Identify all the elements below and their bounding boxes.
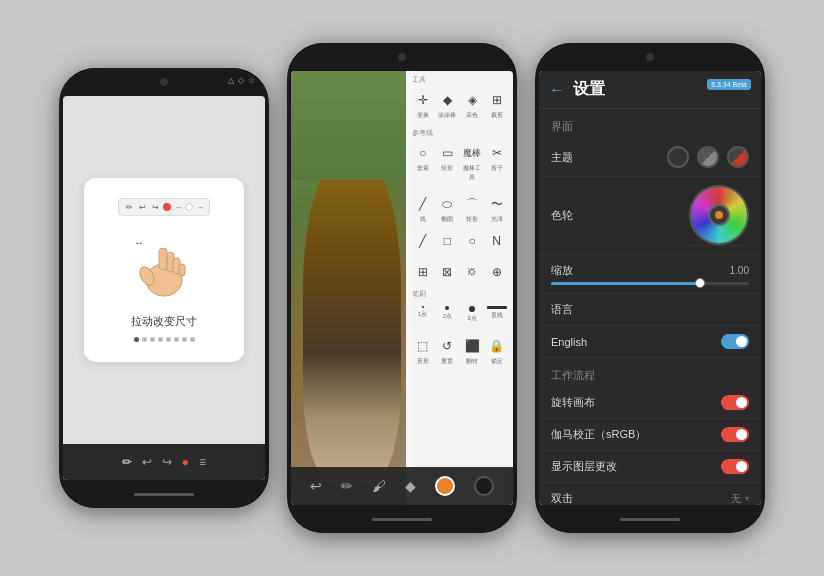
lock-label: 锁定: [491, 357, 503, 366]
settings-screen: ← 设置 6.3.34 Beta 界面 主题 色轮: [539, 71, 761, 505]
clip-label: 剪形: [417, 357, 429, 366]
dot-7: [182, 337, 187, 342]
gamma-toggle[interactable]: [721, 427, 749, 442]
theme-medium[interactable]: [697, 146, 719, 168]
home-indicator-2: [372, 518, 432, 521]
tool-transform[interactable]: ✛ 变换: [410, 87, 435, 124]
brush-1pt[interactable]: 1点: [410, 303, 435, 326]
brush-btn[interactable]: 🖌: [372, 478, 386, 494]
tool-globe[interactable]: ⊕: [484, 259, 509, 285]
phone-1-bottom-bar: [59, 480, 269, 508]
tool-rect2[interactable]: ⌒ 矩形: [460, 191, 485, 228]
tool-scissors[interactable]: ✂ 剪子: [484, 140, 509, 186]
redo-tool[interactable]: ↪: [162, 455, 172, 469]
tool-gloss[interactable]: 〜 光泽: [484, 191, 509, 228]
camera-dot: [160, 78, 168, 86]
pattern-grid: ⊞ ⊠ ⛭ ⊕: [406, 259, 513, 285]
tool-lasso[interactable]: ○ 套索: [410, 140, 435, 186]
tool-rect-sel[interactable]: ▭ 矩形: [435, 140, 460, 186]
section-workflow: 工作流程: [539, 358, 761, 387]
reset-icon: ↺: [438, 337, 456, 355]
record-tool[interactable]: ●: [182, 455, 189, 469]
phone-3: ← 设置 6.3.34 Beta 界面 主题 色轮: [535, 43, 765, 533]
gamma-label: 伽马校正（sRGB）: [551, 427, 646, 442]
magic-icon: 魔棒: [463, 144, 481, 162]
brush-sizes: 1点 2点 3点 直线: [406, 301, 513, 328]
tool-n[interactable]: N: [484, 228, 509, 254]
tool-ellipse[interactable]: ⬭ 椭圆: [435, 191, 460, 228]
double-tap-row: 双击 无 ▾: [539, 483, 761, 505]
ellipse-icon: ⬭: [438, 195, 456, 213]
scissors-label: 剪子: [491, 164, 503, 173]
tool-flip[interactable]: ⬛ 翻转: [460, 333, 485, 370]
theme-dark[interactable]: [667, 146, 689, 168]
rotate-toggle[interactable]: [721, 395, 749, 410]
layers-toggle[interactable]: [721, 459, 749, 474]
tool-reset[interactable]: ↺ 重置: [435, 333, 460, 370]
tool-circle[interactable]: ○: [460, 228, 485, 254]
tool-line[interactable]: ╱ 线: [410, 191, 435, 228]
brush-label-1: 1点: [418, 310, 427, 319]
color-wheel[interactable]: [689, 185, 749, 245]
menu-tool[interactable]: ≡: [199, 455, 206, 469]
pen-btn[interactable]: ✏: [341, 478, 353, 494]
tool-crop[interactable]: ⊞ 裁剪: [484, 87, 509, 124]
gesture-card: ✏ ↩ ↪ → →: [84, 178, 244, 362]
n-icon: N: [488, 232, 506, 250]
magic-label: 魔棒工具: [462, 164, 483, 182]
dot-3: [150, 337, 155, 342]
tool-grid1[interactable]: ⊞: [410, 259, 435, 285]
tool-lock[interactable]: 🔒 锁定: [484, 333, 509, 370]
color-orange[interactable]: [435, 476, 455, 496]
undo-tool[interactable]: ↩: [142, 455, 152, 469]
phone-1-screen: ✏ ↩ ↪ → →: [63, 96, 265, 480]
back-button[interactable]: ←: [549, 81, 565, 99]
zoom-slider[interactable]: [551, 282, 749, 285]
tool-eyedrop[interactable]: ◈ 采色: [460, 87, 485, 124]
brush-3pt[interactable]: 3点: [460, 303, 485, 326]
language-toggle[interactable]: [721, 334, 749, 349]
lock-icon: 🔒: [488, 337, 506, 355]
tool-fill[interactable]: ◆ 涂涂棒: [435, 87, 460, 124]
flip-icon: ⬛: [463, 337, 481, 355]
shape-grid: ╱ □ ○ N: [406, 228, 513, 254]
brush-label-2: 2点: [443, 312, 452, 321]
double-tap-arrow: ▾: [745, 494, 749, 503]
lasso-label: 套索: [417, 164, 429, 173]
brush-dot-3: [469, 306, 475, 312]
fill-label: 涂涂棒: [438, 111, 456, 120]
fill-btn[interactable]: ◆: [405, 478, 416, 494]
tool-square[interactable]: □: [435, 228, 460, 254]
layers-knob: [736, 461, 747, 472]
brush-2pt[interactable]: 2点: [435, 303, 460, 326]
dot-1: [134, 337, 139, 342]
tool-magic[interactable]: 魔棒 魔棒工具: [460, 140, 485, 186]
tool-grid2[interactable]: ⊠: [435, 259, 460, 285]
divider-3: [412, 330, 507, 331]
color-black[interactable]: [474, 476, 494, 496]
undo-icon: ↩: [137, 202, 147, 212]
tool-diag[interactable]: ╱: [410, 228, 435, 254]
screen-1-content: ✏ ↩ ↪ → →: [63, 96, 265, 480]
color-wheel-label: 色轮: [551, 208, 573, 223]
white-dot: [185, 203, 193, 211]
brush-line-preview: [487, 306, 507, 309]
tool-hat[interactable]: ⛭: [460, 259, 485, 285]
bottom-toolbar-2: ↩ ✏ 🖌 ◆: [291, 467, 513, 505]
rect2-label: 矩形: [466, 215, 478, 224]
dot-4: [158, 337, 163, 342]
brush-dot-2: [445, 306, 449, 310]
camera-dot-3: [646, 53, 654, 61]
line-icon: ╱: [414, 195, 432, 213]
undo-btn[interactable]: ↩: [310, 478, 322, 494]
redo-icon: ↪: [150, 202, 160, 212]
show-layers-row: 显示图层更改: [539, 451, 761, 483]
theme-accent[interactable]: [727, 146, 749, 168]
dot-2: [142, 337, 147, 342]
tool-clip[interactable]: ⬚ 剪形: [410, 333, 435, 370]
brush-line[interactable]: 直线: [484, 303, 509, 326]
pencil-tool[interactable]: ✏: [122, 455, 132, 469]
line-label: 线: [420, 215, 426, 224]
flip-label: 翻转: [466, 357, 478, 366]
divider-1: [412, 188, 507, 189]
